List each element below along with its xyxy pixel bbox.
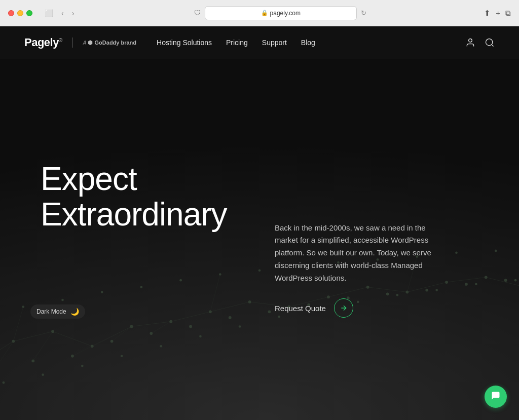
request-quote-link[interactable]: Request Quote — [275, 304, 326, 313]
hero-cta: Request Quote — [275, 298, 478, 318]
arrow-right-icon — [340, 304, 348, 312]
nav-hosting-solutions[interactable]: Hosting Solutions — [157, 39, 212, 47]
hero-content: Expect Extraordinary Back in the mid-200… — [0, 129, 519, 318]
svg-point-34 — [189, 325, 192, 328]
back-button[interactable]: ‹ — [59, 8, 66, 18]
tabs-button[interactable]: ⧉ — [505, 9, 511, 18]
security-shield-icon: 🛡 — [194, 9, 201, 17]
browser-actions: ⬆ + ⧉ — [484, 9, 511, 18]
cta-arrow-button[interactable] — [334, 298, 353, 318]
headline-line1: Expect — [41, 161, 137, 197]
browser-content: Pagely® A ⬢ GoDaddy brand Hosting Soluti… — [0, 26, 519, 420]
svg-point-57 — [121, 355, 123, 357]
forward-button[interactable]: › — [70, 8, 77, 18]
svg-point-60 — [239, 325, 241, 328]
refresh-button[interactable]: ↻ — [361, 9, 366, 17]
search-icon — [485, 37, 495, 48]
svg-point-131 — [469, 39, 472, 43]
sidebar-toggle-button[interactable]: ⬜ — [43, 8, 55, 18]
godaddy-icon: ⬢ GoDaddy brand — [88, 40, 136, 46]
new-tab-button[interactable]: + — [496, 9, 500, 17]
svg-point-132 — [486, 39, 493, 46]
svg-point-55 — [42, 373, 44, 376]
headline-line2: Extraordinary — [41, 196, 227, 233]
hero-description: Back in the mid-2000s, we saw a need in … — [275, 222, 447, 285]
close-button[interactable] — [8, 10, 14, 16]
minimize-button[interactable] — [17, 10, 23, 16]
nav-logo: Pagely® A ⬢ GoDaddy brand — [24, 36, 136, 49]
chat-icon — [491, 391, 501, 403]
browser-chrome: ⬜ ‹ › 🛡 🔒 pagely.com ↻ ⬆ + ⧉ — [0, 0, 519, 26]
site-navigation: Pagely® A ⬢ GoDaddy brand Hosting Soluti… — [0, 26, 519, 59]
address-bar[interactable]: 🔒 pagely.com — [205, 6, 357, 20]
user-account-button[interactable] — [465, 37, 475, 48]
svg-point-58 — [160, 345, 162, 348]
traffic-lights — [8, 10, 32, 16]
nav-blog[interactable]: Blog — [301, 39, 315, 47]
chat-bubble-icon — [491, 391, 501, 401]
godaddy-prefix: A — [83, 40, 87, 46]
share-button[interactable]: ⬆ — [484, 9, 491, 18]
url-text: pagely.com — [270, 10, 301, 17]
nav-support[interactable]: Support — [262, 39, 287, 47]
hero-right: Back in the mid-2000s, we saw a need in … — [275, 161, 478, 318]
nav-actions — [465, 37, 495, 48]
moon-icon: 🌙 — [70, 308, 79, 316]
dark-mode-toggle[interactable]: Dark Mode 🌙 — [30, 304, 85, 319]
browser-center: 🛡 🔒 pagely.com ↻ — [82, 6, 478, 20]
logo-text: Pagely® — [24, 36, 62, 49]
svg-point-56 — [81, 365, 84, 367]
dark-mode-label: Dark Mode — [36, 308, 66, 315]
fullscreen-button[interactable] — [26, 10, 32, 16]
svg-point-54 — [3, 381, 5, 384]
hero-headline: Expect Extraordinary — [41, 161, 244, 233]
hero-section: Pagely® A ⬢ GoDaddy brand Hosting Soluti… — [0, 26, 519, 420]
nav-links: Hosting Solutions Pricing Support Blog — [157, 39, 315, 47]
nav-pricing[interactable]: Pricing — [226, 39, 248, 47]
logo-divider — [72, 37, 73, 48]
chat-widget-button[interactable] — [485, 386, 507, 408]
browser-controls: ⬜ ‹ › — [43, 8, 76, 18]
hero-left: Expect Extraordinary — [41, 161, 275, 233]
search-button[interactable] — [485, 37, 495, 48]
godaddy-brand: A ⬢ GoDaddy brand — [83, 40, 136, 46]
user-icon — [465, 37, 475, 48]
svg-point-59 — [199, 335, 202, 338]
lock-icon: 🔒 — [261, 10, 268, 16]
